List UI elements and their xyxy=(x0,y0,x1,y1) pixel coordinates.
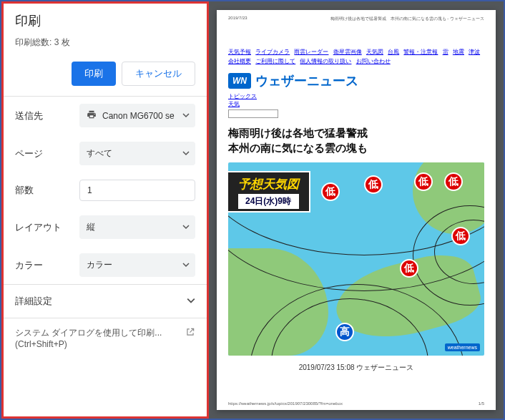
nav-link[interactable]: お問い合わせ xyxy=(356,58,391,64)
layout-value: 縦 xyxy=(87,221,95,233)
copies-input[interactable] xyxy=(79,180,195,201)
header-date: 2019/7/23 xyxy=(228,16,247,22)
pages-value: すべて xyxy=(87,147,112,160)
label-copies: 部数 xyxy=(15,184,79,197)
nav-link[interactable]: 雨雲レーダー xyxy=(294,49,328,55)
nav-link[interactable]: 会社概要 xyxy=(228,58,251,64)
color-select[interactable]: カラー xyxy=(79,253,195,277)
label-pages: ページ xyxy=(15,147,79,160)
row-color: カラー カラー xyxy=(4,246,207,284)
advanced-label: 詳細設定 xyxy=(15,295,52,308)
nav-link[interactable]: 個人情報の取り扱い xyxy=(300,58,351,64)
chevron-down-icon xyxy=(187,296,195,307)
footer-page-number: 1/5 xyxy=(479,401,484,406)
preview-page: 2019/7/23 梅雨明け後は各地で猛暑警戒 本州の南に気になる雲の塊も - … xyxy=(217,10,496,410)
destination-select[interactable]: Canon MG6700 se xyxy=(79,104,195,127)
row-pages: ページ すべて xyxy=(4,135,207,172)
print-button[interactable]: 印刷 xyxy=(72,62,116,86)
destination-value: Canon MG6700 se xyxy=(102,111,175,121)
logo-text: ウェザーニュース xyxy=(255,72,358,89)
row-destination: 送信先 Canon MG6700 se xyxy=(4,97,207,135)
color-value: カラー xyxy=(87,259,112,271)
nav-link[interactable]: 衛星雲画像 xyxy=(333,49,362,55)
dialog-title: 印刷 xyxy=(15,12,195,29)
nav-link[interactable]: 天気予報 xyxy=(228,49,251,55)
external-link-icon xyxy=(185,327,195,339)
nav-link[interactable]: 津波 xyxy=(469,49,480,55)
page-header: 2019/7/23 梅雨明け後は各地で猛暑警戒 本州の南に気になる雲の塊も - … xyxy=(228,16,484,26)
sublink[interactable]: 天気 xyxy=(228,100,484,108)
system-dialog-link[interactable]: システム ダイアログを使用して印刷... (Ctrl+Shift+P) xyxy=(4,318,207,358)
advanced-settings-toggle[interactable]: 詳細設定 xyxy=(4,284,207,318)
dialog-header: 印刷 印刷総数: 3 枚 xyxy=(4,4,207,54)
nav-link[interactable]: 地震 xyxy=(453,49,464,55)
printer-icon xyxy=(87,109,97,122)
nav-link[interactable]: 天気図 xyxy=(366,49,383,55)
nav-links: 天気予報 ライブカメラ 雨雲レーダー 衛星雲画像 天気図 台風 警報・注意報 雷… xyxy=(228,48,484,67)
article-timestamp: 2019/07/23 15:08 ウェザーニュース xyxy=(228,363,484,373)
map-subtitle: 24日(水)9時 xyxy=(238,194,299,209)
row-copies: 部数 xyxy=(4,172,207,208)
low-pressure-icon: 低 xyxy=(321,182,340,201)
preview-area: 2019/7/23 梅雨明け後は各地で猛暑警戒 本州の南に気になる雲の塊も - … xyxy=(209,1,504,419)
system-dialog-shortcut: (Ctrl+Shift+P) xyxy=(15,339,162,349)
logo-badge: WN xyxy=(228,73,251,89)
app-window: 印刷 印刷総数: 3 枚 印刷 キャンセル 送信先 Canon MG6700 s… xyxy=(0,0,505,420)
low-pressure-icon: 低 xyxy=(400,259,418,278)
weather-map: 低 低 低 低 低 低 高 予想天気図 24日(水)9時 weathernews xyxy=(228,162,484,356)
low-pressure-icon: 低 xyxy=(444,172,463,191)
low-pressure-icon: 低 xyxy=(364,175,383,194)
low-pressure-icon: 低 xyxy=(451,227,470,245)
nav-link[interactable]: ライブカメラ xyxy=(255,49,290,55)
chevron-down-icon xyxy=(182,260,190,270)
header-title: 梅雨明け後は各地で猛暑警戒 本州の南に気になる雲の塊も - ウェザーニュース xyxy=(330,16,484,22)
chevron-down-icon xyxy=(182,111,190,121)
sublink[interactable]: トピックス xyxy=(228,92,484,100)
low-pressure-icon: 低 xyxy=(414,172,433,191)
article-title: 梅雨明け後は各地で猛暑警戒 本州の南に気になる雲の塊も xyxy=(228,125,484,155)
map-banner: 予想天気図 24日(水)9時 xyxy=(228,171,310,213)
chevron-down-icon xyxy=(182,149,190,159)
chevron-down-icon xyxy=(182,223,190,233)
nav-link[interactable]: ご利用に際して xyxy=(255,58,295,64)
nav-link[interactable]: 雷 xyxy=(443,49,448,55)
settings-list: 送信先 Canon MG6700 se ページ すべて xyxy=(4,97,207,416)
system-dialog-text: システム ダイアログを使用して印刷... xyxy=(15,327,162,339)
cancel-button[interactable]: キャンセル xyxy=(122,62,195,86)
nav-link[interactable]: 警報・注意報 xyxy=(403,49,438,55)
print-summary: 印刷総数: 3 枚 xyxy=(15,36,195,49)
sub-links: トピックス 天気 xyxy=(228,92,484,119)
row-layout: レイアウト 縦 xyxy=(4,208,207,246)
high-pressure-icon: 高 xyxy=(335,323,354,341)
print-dialog: 印刷 印刷総数: 3 枚 印刷 キャンセル 送信先 Canon MG6700 s… xyxy=(1,1,209,419)
watermark: weathernews xyxy=(445,343,480,351)
pages-select[interactable]: すべて xyxy=(79,142,195,165)
logo-row: WN ウェザーニュース xyxy=(228,72,484,89)
label-color: カラー xyxy=(15,259,79,272)
search-input[interactable] xyxy=(228,109,278,118)
page-footer: https://weathernews.jp/s/topics/201907/2… xyxy=(228,401,484,406)
dialog-buttons: 印刷 キャンセル xyxy=(4,54,207,97)
label-layout: レイアウト xyxy=(15,221,79,234)
label-destination: 送信先 xyxy=(15,109,79,122)
layout-select[interactable]: 縦 xyxy=(79,215,195,239)
footer-url: https://weathernews.jp/s/topics/201907/2… xyxy=(228,401,343,406)
nav-link[interactable]: 台風 xyxy=(388,49,399,55)
